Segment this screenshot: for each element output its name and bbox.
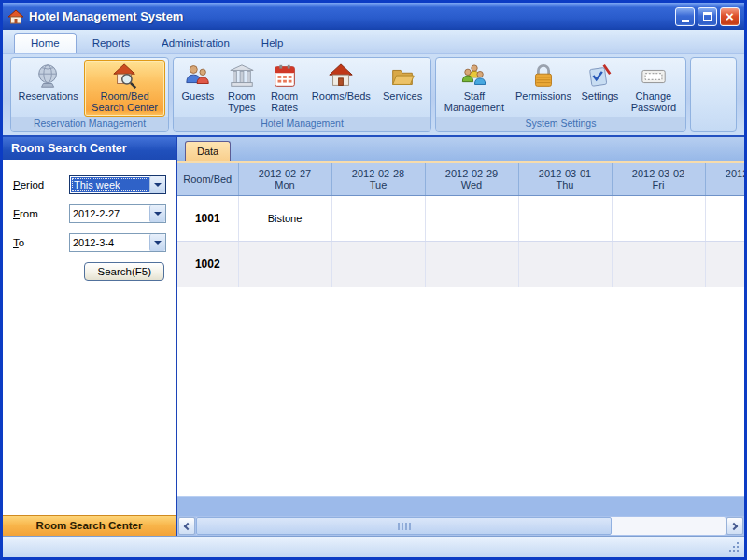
group-label-system-settings: System Settings	[436, 117, 685, 131]
menu-tab-strip: Home Reports Administration Help	[3, 30, 744, 54]
group-label-hotel-management: Hotel Management	[174, 117, 430, 131]
building-icon	[228, 63, 256, 91]
maximize-icon	[703, 12, 712, 21]
chevron-down-icon	[154, 241, 162, 245]
services-button[interactable]: Services	[377, 60, 428, 117]
content-tab-strip: Data	[177, 137, 744, 161]
sidebar-title: Room Search Center	[3, 137, 176, 160]
calendar-icon	[271, 63, 299, 91]
room-search-sidebar: Room Search Center Period This week From…	[3, 137, 177, 536]
empty-schedule-cell[interactable]	[612, 195, 705, 241]
tab-administration[interactable]: Administration	[146, 34, 246, 53]
table-row-1001: 1001Bistone	[177, 195, 744, 241]
app-house-icon	[7, 9, 24, 24]
minimize-button[interactable]	[675, 7, 695, 26]
sidebar-form: Period This week From 2012-2-27 To	[3, 160, 176, 515]
tab-data[interactable]: Data	[185, 141, 231, 161]
scroll-left-button[interactable]	[178, 517, 195, 535]
room-number-cell[interactable]: 1001	[177, 195, 238, 241]
main-area: Room Search Center Period This week From…	[3, 135, 744, 536]
empty-schedule-cell[interactable]	[331, 241, 425, 287]
room-number-cell[interactable]: 1002	[177, 241, 238, 287]
from-field-row: From 2012-2-27	[13, 204, 167, 223]
close-button[interactable]: ×	[720, 7, 740, 26]
tab-home[interactable]: Home	[14, 33, 77, 53]
password-icon	[640, 63, 668, 91]
room-rates-button[interactable]: Room Rates	[264, 60, 305, 117]
window-title: Hotel Management System	[29, 9, 672, 23]
empty-schedule-cell[interactable]	[425, 241, 518, 287]
maximize-button[interactable]	[698, 7, 717, 26]
resize-grip-icon[interactable]	[729, 542, 740, 553]
folder-icon	[388, 63, 416, 91]
empty-schedule-cell[interactable]	[238, 241, 331, 287]
scrollbar-thumb[interactable]	[196, 517, 612, 535]
staff-icon	[460, 63, 488, 91]
horizontal-scrollbar[interactable]	[177, 516, 744, 536]
empty-schedule-cell[interactable]	[518, 195, 612, 241]
column-header-date-2012-02-29[interactable]: 2012-02-29Wed	[425, 163, 518, 195]
settings-button[interactable]: Settings	[577, 60, 623, 117]
period-dropdown-button[interactable]	[149, 176, 165, 193]
change-password-button[interactable]: Change Password	[625, 60, 683, 117]
tab-reports[interactable]: Reports	[77, 34, 146, 53]
guests-button[interactable]: Guests	[176, 60, 219, 117]
chevron-right-icon	[730, 522, 738, 529]
status-bar	[3, 536, 744, 557]
period-label: Period	[13, 179, 69, 190]
house-icon	[327, 63, 355, 91]
empty-schedule-cell[interactable]	[705, 241, 744, 287]
column-header-room-bed[interactable]: Room/Bed	[177, 163, 238, 195]
room-schedule-table: Room/Bed2012-02-27Mon2012-02-28Tue2012-0…	[177, 163, 744, 287]
period-combobox[interactable]: This week	[69, 175, 166, 194]
to-label: To	[13, 237, 69, 248]
column-header-date-2012-02-28[interactable]: 2012-02-28Tue	[331, 163, 425, 195]
search-button[interactable]: Search(F5)	[84, 262, 164, 281]
chevron-down-icon	[154, 183, 162, 187]
table-header-row: Room/Bed2012-02-27Mon2012-02-28Tue2012-0…	[177, 163, 744, 195]
room-schedule-viewport: Room/Bed2012-02-27Mon2012-02-28Tue2012-0…	[177, 163, 744, 496]
column-header-date-2012-03-02[interactable]: 2012-03-02Fri	[612, 163, 705, 195]
room-types-button[interactable]: Room Types	[221, 60, 262, 117]
empty-schedule-cell[interactable]	[425, 195, 518, 241]
reservation-cell[interactable]: Bistone	[238, 195, 331, 241]
column-header-date-2012-03-03[interactable]: 2012-03-03Sat	[705, 163, 744, 195]
to-dropdown-button[interactable]	[149, 234, 165, 251]
scroll-right-button[interactable]	[726, 517, 743, 535]
empty-schedule-cell[interactable]	[705, 195, 744, 241]
table-bottom-strip	[177, 496, 744, 516]
staff-management-button[interactable]: Staff Management	[439, 60, 510, 117]
table-row-1002: 1002	[177, 241, 744, 287]
title-bar: Hotel Management System ×	[3, 3, 744, 30]
reservations-button[interactable]: Reservations	[14, 60, 82, 117]
scrollbar-grip-icon	[398, 523, 411, 530]
room-bed-search-center-button[interactable]: Room/Bed Search Center	[84, 60, 165, 117]
from-dropdown-button[interactable]	[149, 205, 165, 222]
globe-icon	[35, 63, 63, 91]
empty-schedule-cell[interactable]	[331, 195, 425, 241]
column-header-date-2012-03-01[interactable]: 2012-03-01Thu	[518, 163, 612, 195]
close-icon: ×	[726, 9, 734, 23]
scrollbar-track[interactable]	[196, 517, 726, 535]
empty-schedule-cell[interactable]	[518, 241, 612, 287]
settings-icon	[585, 63, 613, 91]
ribbon-empty-panel	[690, 57, 737, 132]
group-hotel-management: Guests Room Types	[173, 57, 431, 132]
from-date-combobox[interactable]: 2012-2-27	[69, 204, 166, 223]
chevron-left-icon	[184, 522, 191, 529]
lock-icon	[529, 63, 557, 91]
permissions-button[interactable]: Permissions	[512, 60, 575, 117]
tab-help[interactable]: Help	[246, 34, 300, 53]
column-header-date-2012-02-27[interactable]: 2012-02-27Mon	[238, 163, 331, 195]
to-date-value: 2012-3-4	[70, 234, 149, 251]
house-search-icon	[111, 63, 139, 91]
content-area: Data Room/Bed2012-02-27Mon2012-02-28Tue2…	[177, 137, 744, 536]
group-system-settings: Staff Management Permissions	[435, 57, 686, 132]
from-date-value: 2012-2-27	[70, 205, 149, 222]
room-search-center-footer-button[interactable]: Room Search Center	[3, 515, 176, 536]
period-field-row: Period This week	[13, 175, 167, 194]
app-window: Hotel Management System × Home Reports A…	[0, 0, 747, 560]
rooms-beds-button[interactable]: Rooms/Beds	[306, 60, 375, 117]
empty-schedule-cell[interactable]	[612, 241, 705, 287]
to-date-combobox[interactable]: 2012-3-4	[69, 233, 166, 252]
